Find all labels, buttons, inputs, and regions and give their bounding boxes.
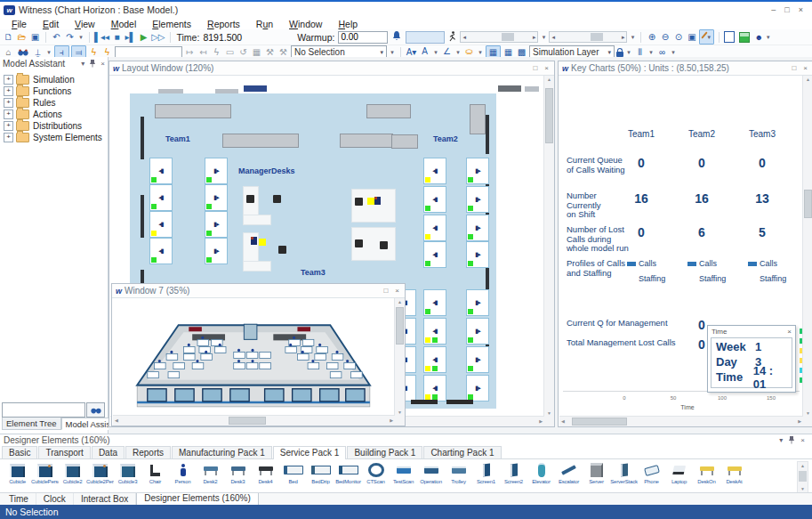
slider2-dropdown-icon[interactable]: ▾ xyxy=(629,31,636,44)
person-stats-icon[interactable]: ☻ xyxy=(754,33,762,42)
draw-mode-icon[interactable]: ▾ xyxy=(699,29,714,45)
chair[interactable] xyxy=(380,241,388,249)
desk[interactable]: ▮▸ xyxy=(205,158,228,184)
layout-vscrollbar[interactable]: ▲▼ xyxy=(543,76,554,417)
designer-menu-icon[interactable]: ▾ xyxy=(779,436,783,444)
designer-item[interactable]: Operation xyxy=(417,461,445,493)
person[interactable] xyxy=(251,237,257,245)
team-label[interactable]: Team1 xyxy=(165,134,190,143)
manager-desk[interactable] xyxy=(351,189,396,223)
designer-item[interactable]: Bed xyxy=(279,461,307,493)
desk[interactable]: ◂▮ xyxy=(423,346,446,373)
designer-item[interactable]: Desk3 xyxy=(224,461,252,493)
walk-icon[interactable] xyxy=(448,31,456,44)
desk[interactable]: ▮▸ xyxy=(466,289,489,316)
desk[interactable]: ◂▮ xyxy=(149,184,173,211)
designer-close-icon[interactable]: × xyxy=(800,436,805,444)
run-icon[interactable]: ▶ xyxy=(138,31,149,44)
fit-window-icon[interactable]: ▣ xyxy=(686,31,697,44)
warmup-input[interactable] xyxy=(338,31,388,44)
designer-item[interactable]: ServerStack xyxy=(610,461,638,493)
window7-vscrollbar[interactable]: ▲▼ xyxy=(394,298,405,416)
expand-icon[interactable]: + xyxy=(4,86,13,96)
desk[interactable]: ◂▮ xyxy=(423,215,446,241)
designer-item[interactable]: BedDrip xyxy=(307,461,334,493)
minimize-button[interactable]: – xyxy=(771,5,776,14)
desk[interactable]: ▮▸ xyxy=(466,215,489,241)
tree-search-input[interactable] xyxy=(2,402,85,418)
step-icon[interactable]: ▸▌ xyxy=(125,31,136,44)
menu-model[interactable]: Model xyxy=(103,19,145,29)
team-label[interactable]: Team2 xyxy=(433,134,458,143)
chair[interactable] xyxy=(355,239,363,247)
chair[interactable] xyxy=(273,195,281,203)
tree-search-button[interactable] xyxy=(86,402,105,418)
menu-reports[interactable]: Reports xyxy=(199,19,248,29)
designer-item[interactable]: Trolley xyxy=(445,461,472,493)
panel-tab-element-tree[interactable]: Element Tree xyxy=(2,418,61,430)
save-model-icon[interactable]: ▣ xyxy=(29,31,41,44)
designer-item[interactable]: Cubicle2Person xyxy=(86,461,114,493)
key-charts-close-icon[interactable]: × xyxy=(803,64,808,72)
3d-view[interactable] xyxy=(113,298,395,416)
reports-dropdown-icon[interactable]: ▾ xyxy=(765,31,772,44)
expand-icon[interactable]: + xyxy=(4,98,13,108)
display-slider[interactable]: ◂▸ xyxy=(549,31,627,43)
copy-layout-icon[interactable] xyxy=(724,31,735,43)
designer-item[interactable]: CubiclePerson xyxy=(31,461,59,493)
window7-close-icon[interactable]: × xyxy=(395,287,399,295)
designer-tab[interactable]: Service Pack 1 xyxy=(273,446,347,459)
menu-edit[interactable]: Edit xyxy=(35,19,67,29)
manager-desk[interactable] xyxy=(243,261,271,272)
window7-maximize-icon[interactable]: □ xyxy=(383,287,388,295)
key-charts-vscrollbar[interactable]: ▲▼ xyxy=(802,76,812,417)
slider1-dropdown-icon[interactable]: ▾ xyxy=(540,31,547,44)
designer-tab[interactable]: Basic xyxy=(2,446,37,458)
menu-help[interactable]: Help xyxy=(330,19,366,29)
expand-icon[interactable]: + xyxy=(4,109,13,119)
desk[interactable]: ▮▸ xyxy=(205,238,228,264)
designer-tab[interactable]: Transport xyxy=(38,446,90,458)
person[interactable] xyxy=(374,197,381,205)
designer-item[interactable]: Cubicle2 xyxy=(59,461,86,493)
chair[interactable] xyxy=(278,246,286,254)
designer-item[interactable]: Screen2 xyxy=(500,461,527,493)
designer-tab[interactable]: Building Pack 1 xyxy=(347,446,422,458)
desk[interactable]: ▮▸ xyxy=(466,318,489,345)
time-popup-close-icon[interactable]: × xyxy=(787,328,792,336)
expand-icon[interactable]: + xyxy=(4,121,13,131)
desk[interactable]: ◂▮ xyxy=(423,375,446,401)
zoom-reset-icon[interactable]: ⊙ xyxy=(672,31,684,44)
team-label[interactable]: Team3 xyxy=(301,268,326,277)
panel-menu-icon[interactable]: ▾ xyxy=(81,60,84,68)
desk[interactable]: ◂▮ xyxy=(423,158,446,184)
designer-item[interactable]: TestScan xyxy=(390,461,417,493)
designer-tab[interactable]: Data xyxy=(92,446,125,458)
notify-field[interactable] xyxy=(406,31,445,44)
designer-item[interactable]: Elevator xyxy=(527,461,555,493)
designer-item[interactable]: DeskOn xyxy=(693,461,720,493)
close-button[interactable]: × xyxy=(799,5,803,14)
menu-run[interactable]: Run xyxy=(248,19,281,29)
designer-item[interactable]: Escalator xyxy=(555,461,583,493)
window-tab[interactable]: Designer Elements (160%) xyxy=(136,493,259,506)
key-charts-maximize-icon[interactable]: □ xyxy=(792,64,796,72)
designer-tab[interactable]: Reports xyxy=(125,446,171,458)
pin-icon[interactable] xyxy=(89,59,96,69)
menu-view[interactable]: View xyxy=(67,19,103,29)
designer-tab[interactable]: Charting Pack 1 xyxy=(423,446,501,458)
desk[interactable]: ▮▸ xyxy=(466,158,489,184)
designer-pin-icon[interactable] xyxy=(788,435,795,446)
designer-item[interactable]: BedMonitor xyxy=(334,461,362,493)
designer-item[interactable]: Cubicle3 xyxy=(114,461,141,493)
desk[interactable]: ◂▮ xyxy=(149,158,173,184)
desk[interactable]: ▮▸ xyxy=(466,375,489,401)
tree-item-system-elements[interactable]: +System Elements xyxy=(0,132,108,143)
panel-close-icon[interactable]: × xyxy=(100,60,105,68)
team-label[interactable]: ManagerDesks xyxy=(238,166,295,175)
designer-item[interactable]: Chair xyxy=(141,461,169,493)
designer-item[interactable]: Screen1 xyxy=(472,461,500,493)
display-slider-thumb[interactable] xyxy=(591,33,603,41)
menu-file[interactable]: File xyxy=(4,19,35,29)
designer-item[interactable]: Phone xyxy=(638,461,665,493)
